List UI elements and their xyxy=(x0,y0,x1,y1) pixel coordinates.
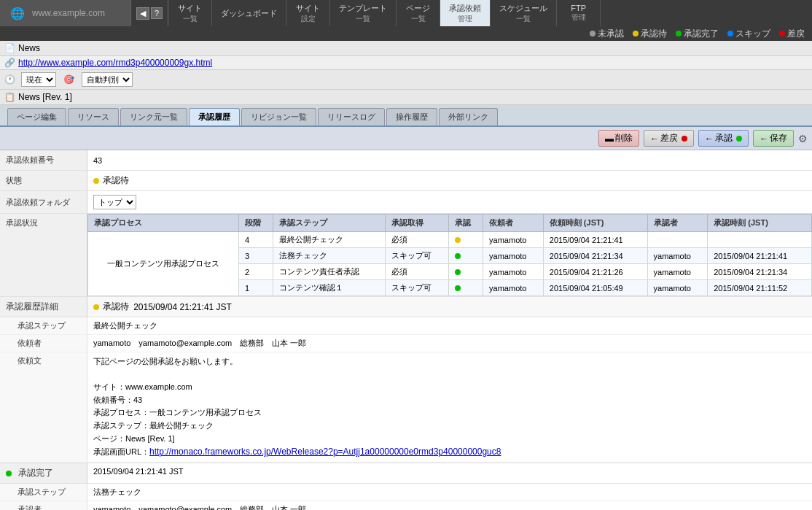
return-arrow-icon: ← xyxy=(650,134,659,144)
step-4: 最終公開チェック xyxy=(273,232,386,248)
action-bar: ▬ 削除 ← 差戻 ← 承認 ← 保存 ⚙ xyxy=(0,127,812,150)
completed-step-label: 承認ステップ xyxy=(0,484,87,501)
tab-revision[interactable]: リビジョン一覧 xyxy=(241,108,316,125)
appr-time-4 xyxy=(708,232,812,248)
settings-icon: ⚙ xyxy=(798,133,808,144)
table-row: 一般コンテンツ用承認プロセス 4 最終公開チェック 必須 yamamoto 20… xyxy=(88,232,812,248)
approve-status-dot xyxy=(736,136,742,142)
status-waiting: 承認待 xyxy=(633,28,667,40)
logo-icon: 🌐 xyxy=(10,7,25,20)
col-acquire: 承認取得 xyxy=(385,215,448,232)
history-main-label: 承認履歴詳細 xyxy=(0,297,87,317)
tab-approval-history[interactable]: 承認履歴 xyxy=(189,108,240,125)
dot-2 xyxy=(448,264,483,280)
nav-site-list[interactable]: サイト 一覧 xyxy=(168,0,212,26)
tab-operation-history[interactable]: 操作履歴 xyxy=(386,108,437,125)
target-icon: 🎯 xyxy=(63,74,74,85)
nav-schedule[interactable]: スケジュール 一覧 xyxy=(491,0,557,26)
requester-3: yamamoto xyxy=(483,248,544,264)
site-title: 🌐 www.example.com xyxy=(0,0,131,26)
toolbar-row: 🕐 現在 🎯 自動判別 xyxy=(0,70,812,90)
status-skip: スキップ xyxy=(727,28,770,40)
mode-select[interactable]: 自動判別 xyxy=(82,72,133,87)
history-header-completed: 承認完了 2015/09/04 21:21:41 JST xyxy=(0,463,812,484)
completed-status-dot xyxy=(6,471,12,476)
history-requester-label: 依頼者 xyxy=(0,335,87,352)
col-approver: 承認者 xyxy=(647,215,708,232)
time-select[interactable]: 現在 xyxy=(21,72,56,87)
stage-3: 3 xyxy=(238,248,273,264)
completed-datetime: 2015/09/04 21:21:41 JST xyxy=(87,463,812,483)
tab-release-log[interactable]: リリースログ xyxy=(318,108,385,125)
page-title: News xyxy=(18,43,40,53)
approver-2: yamamoto xyxy=(647,264,708,280)
history-message-row: 依頼文 下記ページの公開承認をお願いします。サイト：www.example.co… xyxy=(0,352,812,463)
acquire-2: 必須 xyxy=(385,264,448,280)
top-nav: サイト 一覧 ダッシュボード サイト 設定 テンプレート 一覧 ページ 一覧 承… xyxy=(168,0,812,26)
history-step-row: 承認ステップ 最終公開チェック xyxy=(0,317,812,335)
col-requester: 依頼者 xyxy=(483,215,544,232)
history-requester-row: 依頼者 yamamoto yamamoto@example.com 総務部 山本… xyxy=(0,335,812,352)
approver-4 xyxy=(647,232,708,248)
history-header-waiting: 承認履歴詳細 承認待 2015/09/04 21:21:41 JST xyxy=(0,297,812,317)
folder-value: トップ xyxy=(87,191,812,213)
dot-1 xyxy=(448,280,483,296)
folder-label: 承認依頼フォルダ xyxy=(0,191,87,213)
approval-url-link[interactable]: http://monaco.frameworks.co.jp/WebReleas… xyxy=(149,447,501,457)
requester-2: yamamoto xyxy=(483,264,544,280)
requester-1: yamamoto xyxy=(483,280,544,296)
tab-external-link[interactable]: 外部リンク xyxy=(439,108,498,125)
history-message-value: 下記ページの公開承認をお願いします。サイト：www.example.com依頼番… xyxy=(87,352,812,462)
waiting-dot xyxy=(633,31,639,36)
step-2: コンテンツ責任者承認 xyxy=(273,264,386,280)
appr-time-1: 2015/09/04 21:11:52 xyxy=(708,280,812,296)
history-message-label: 依頼文 xyxy=(0,352,87,462)
approver-1: yamamoto xyxy=(647,280,708,296)
acquire-1: スキップ可 xyxy=(385,280,448,296)
status-value: 承認待 xyxy=(87,171,812,190)
delete-button[interactable]: ▬ 削除 xyxy=(598,130,639,147)
history-step-value: 最終公開チェック xyxy=(87,317,812,334)
nav-ftp[interactable]: FTP 管理 xyxy=(557,0,601,26)
window-controls: ◀ ? xyxy=(131,0,168,26)
status-label: 状態 xyxy=(0,171,87,190)
process-name: 一般コンテンツ用承認プロセス xyxy=(88,232,239,296)
breadcrumb: News [Rev. 1] xyxy=(18,92,72,102)
history-section-completed: 承認完了 2015/09/04 21:21:41 JST 承認ステップ 法務チェ… xyxy=(0,463,812,510)
tab-resources[interactable]: リソース xyxy=(68,108,119,125)
return-button[interactable]: ← 差戻 xyxy=(644,130,694,147)
col-req-time: 依頼時刻 (JST) xyxy=(543,215,647,232)
history-step-label: 承認ステップ xyxy=(0,317,87,334)
approve-button[interactable]: ← 承認 xyxy=(698,130,749,147)
main-content: 承認依頼番号 43 状態 承認待 承認依頼フォルダ トップ 承認状況 承認プロセ… xyxy=(0,150,812,510)
status-indicator-dot xyxy=(93,178,99,184)
page-url[interactable]: http://www.example.com/rmd3p400000009gx.… xyxy=(18,58,212,68)
help-button[interactable]: ? xyxy=(151,7,163,19)
skip-dot xyxy=(727,31,733,36)
approved-dot xyxy=(676,31,682,36)
req-time-2: 2015/09/04 21:21:26 xyxy=(543,264,647,280)
history-requester-value: yamamoto yamamoto@example.com 総務部 山本 一郎 xyxy=(87,335,812,352)
tab-page-edit[interactable]: ページ編集 xyxy=(7,108,66,125)
breadcrumb-icon: 📋 xyxy=(4,92,15,102)
nav-dashboard[interactable]: ダッシュボード xyxy=(212,0,286,26)
col-step: 承認ステップ xyxy=(273,215,386,232)
status-bar: 未承認 承認待 承認完了 スキップ 差戻 xyxy=(0,26,812,41)
waiting-status-dot xyxy=(93,304,99,310)
completed-step-row: 承認ステップ 法務チェック xyxy=(0,484,812,501)
folder-select[interactable]: トップ xyxy=(93,195,136,209)
nav-template[interactable]: テンプレート 一覧 xyxy=(330,0,397,26)
completed-step-value: 法務チェック xyxy=(87,484,812,501)
delete-icon: ▬ xyxy=(605,134,614,144)
stage-1: 1 xyxy=(238,280,273,296)
request-number-value: 43 xyxy=(87,150,812,170)
nav-approval[interactable]: 承認依頼 管理 xyxy=(440,0,491,26)
step-3: 法務チェック xyxy=(273,248,386,264)
save-button[interactable]: ← 保存 xyxy=(753,130,794,147)
back-button[interactable]: ◀ xyxy=(136,7,149,20)
nav-page-list[interactable]: ページ 一覧 xyxy=(397,0,440,26)
nav-site-settings[interactable]: サイト 設定 xyxy=(286,0,330,26)
col-stage: 段階 xyxy=(238,215,273,232)
tab-link-origin[interactable]: リンク元一覧 xyxy=(120,108,187,125)
col-process: 承認プロセス xyxy=(88,215,239,232)
